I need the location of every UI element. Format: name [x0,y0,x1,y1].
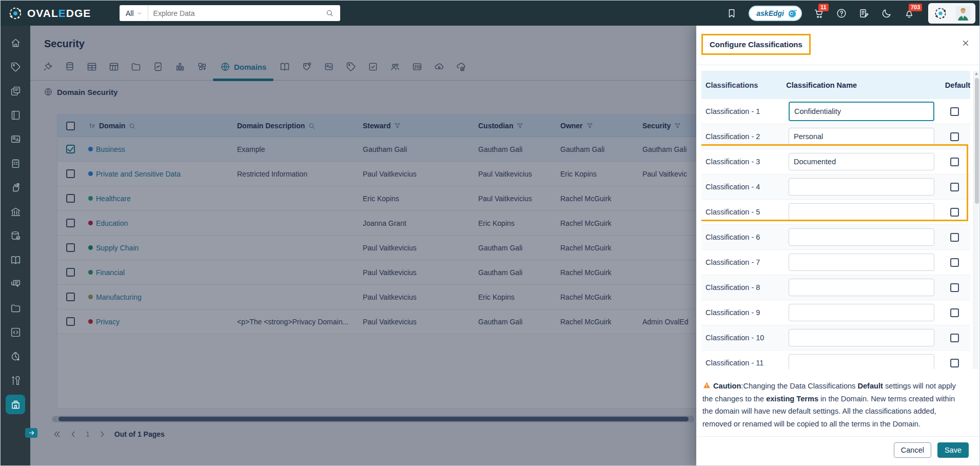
row-checkbox[interactable] [66,268,75,277]
default-checkbox[interactable] [950,359,959,367]
save-button[interactable]: Save [937,442,969,458]
sidebar-item-clipboard[interactable] [6,153,25,173]
scroll-up-arrow-icon[interactable] [975,72,978,75]
sidebar-item-folder[interactable] [6,298,25,318]
search-icon[interactable] [308,122,316,130]
notifications-bell-icon[interactable]: 703 [904,8,915,19]
row-checkbox[interactable] [66,194,75,203]
row-checkbox[interactable] [66,219,75,227]
tab-domains[interactable]: Domains [213,62,273,72]
filter-funnel-icon[interactable] [516,122,524,130]
tab-chart-tile[interactable] [318,62,340,72]
vertical-scrollbar-thumb[interactable] [975,78,979,204]
filter-funnel-icon[interactable] [586,122,594,130]
domain-link[interactable]: Private and Sensitive Data [96,170,181,178]
previous-page-button[interactable] [69,430,77,438]
sidebar-item-tag[interactable] [6,57,25,76]
first-page-button[interactable] [53,430,61,438]
user-avatar[interactable] [956,6,970,21]
sidebar-item-certify-hand[interactable] [6,178,25,197]
filter-funnel-icon[interactable] [394,122,401,130]
default-checkbox[interactable] [950,158,959,166]
sidebar-item-home[interactable] [6,33,25,52]
select-all-checkbox[interactable] [66,122,75,130]
current-page-number[interactable]: 1 [86,430,90,438]
default-checkbox[interactable] [950,132,959,141]
tab-table-columns[interactable] [103,62,125,72]
classification-name-input[interactable] [789,228,934,246]
default-checkbox[interactable] [950,183,959,191]
tab-doc-check[interactable] [362,62,384,72]
classification-name-input[interactable] [789,153,934,170]
sidebar-item-clock-gear[interactable] [6,346,25,366]
classification-name-input[interactable] [789,329,934,346]
tab-table[interactable] [81,62,103,72]
sort-icon[interactable] [88,122,96,130]
horizontal-scrollbar[interactable] [52,416,694,422]
sidebar-item-bank[interactable] [6,202,25,221]
default-checkbox[interactable] [950,258,959,267]
next-page-button[interactable] [98,430,106,438]
panel-vertical-scrollbar[interactable] [973,71,979,369]
tab-folder[interactable] [125,62,147,72]
search-icon[interactable] [325,9,340,17]
tab-database[interactable] [58,62,81,72]
classification-name-input[interactable] [789,354,934,369]
close-icon[interactable] [962,39,970,47]
classification-name-input[interactable] [789,102,934,121]
scroll-left-arrow-icon[interactable] [53,417,57,421]
tab-blocks[interactable] [191,62,213,72]
sidebar-item-code[interactable] [6,322,25,342]
tab-file-chart[interactable] [147,62,169,72]
default-checkbox[interactable] [950,308,959,317]
tab-cloud-file[interactable] [450,62,472,72]
domain-link[interactable]: Healthcare [96,195,131,203]
tab-plug[interactable] [36,62,58,72]
feedback-icon[interactable] [858,8,870,19]
domain-link[interactable]: Manufacturing [96,293,142,301]
sidebar-item-open-book[interactable] [6,250,25,269]
search-icon[interactable] [128,122,136,130]
tab-tag-badge[interactable] [296,62,318,72]
row-checkbox[interactable] [66,293,75,301]
user-area[interactable] [928,3,975,24]
tab-people[interactable] [384,62,406,72]
cart-icon[interactable]: 11 [813,8,825,19]
search-scope-dropdown[interactable]: All [120,5,148,21]
domain-link[interactable]: Privacy [96,318,120,326]
help-icon[interactable] [836,8,847,19]
tab-tag[interactable] [340,62,362,72]
domain-link[interactable]: Business [96,145,125,153]
ask-edgi-button[interactable]: askEdgi [749,6,802,21]
row-checkbox[interactable] [66,317,75,326]
sidebar-item-chat[interactable] [6,274,25,294]
default-checkbox[interactable] [950,107,959,116]
horizontal-scrollbar-thumb[interactable] [58,417,689,421]
sidebar-expand-button[interactable] [25,428,37,438]
tab-open-book[interactable] [273,62,296,72]
sidebar-item-database-check[interactable] [6,226,25,245]
default-checkbox[interactable] [950,283,959,292]
classification-name-input[interactable] [789,304,934,321]
sidebar-item-building[interactable] [6,395,25,414]
filter-funnel-icon[interactable] [674,122,681,130]
default-checkbox[interactable] [950,208,959,217]
dark-mode-moon-icon[interactable] [881,8,892,19]
row-checkbox[interactable] [66,145,75,153]
bookmark-icon[interactable] [726,8,737,19]
classification-name-input[interactable] [789,203,934,221]
cancel-button[interactable]: Cancel [894,442,931,458]
tab-id-card[interactable] [406,62,428,72]
classification-name-input[interactable] [789,178,934,196]
sidebar-item-copy-docs[interactable] [6,81,25,101]
domain-link[interactable]: Supply Chain [96,244,139,252]
ovaledge-logo[interactable]: OVALEDGE [1,6,120,21]
sidebar-item-tools[interactable] [6,371,25,390]
search-input[interactable] [148,9,325,17]
classification-name-input[interactable] [789,128,934,145]
classification-name-input[interactable] [789,279,934,296]
domain-link[interactable]: Education [96,219,128,227]
classification-name-input[interactable] [789,254,934,271]
row-checkbox[interactable] [66,169,75,178]
domain-link[interactable]: Financial [96,268,125,277]
